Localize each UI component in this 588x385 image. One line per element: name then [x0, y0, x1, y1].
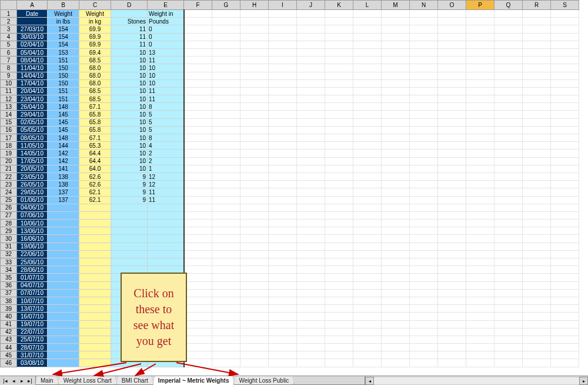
cell-B12[interactable]: 151 [48, 95, 79, 103]
cell-G37[interactable] [212, 289, 240, 297]
cell-J44[interactable] [297, 344, 325, 351]
cell-M23[interactable] [382, 181, 410, 188]
cell-G3[interactable] [212, 25, 240, 33]
cell-N18[interactable] [410, 142, 438, 150]
cell-Q28[interactable] [495, 220, 523, 227]
cell-D9[interactable]: 10 [111, 72, 148, 79]
cell-Q16[interactable] [495, 126, 523, 134]
cell-R40[interactable] [523, 313, 551, 320]
cell-S18[interactable] [551, 142, 579, 150]
cell-O37[interactable] [438, 289, 466, 297]
cell-O18[interactable] [438, 142, 466, 150]
cell-Q35[interactable] [495, 274, 523, 281]
cell-P34[interactable] [466, 266, 495, 274]
row-header-35[interactable]: 35 [1, 274, 17, 281]
cell-G21[interactable] [212, 165, 240, 172]
cell-S12[interactable] [551, 95, 579, 103]
cell-I29[interactable] [269, 227, 297, 235]
cell-G28[interactable] [212, 220, 240, 227]
cell-P1[interactable] [466, 10, 495, 18]
cell-H46[interactable] [240, 359, 269, 367]
cell-M5[interactable] [382, 41, 410, 48]
cell-G20[interactable] [212, 157, 240, 165]
cell-N2[interactable] [410, 18, 438, 25]
cell-H30[interactable] [240, 235, 269, 243]
cell-F40[interactable] [184, 313, 212, 320]
cell-R19[interactable] [523, 150, 551, 157]
cell-A32[interactable]: 22/06/10 [17, 250, 48, 258]
cell-C6[interactable]: 69.4 [79, 48, 111, 56]
cell-G31[interactable] [212, 243, 240, 250]
cell-J10[interactable] [297, 79, 325, 87]
cell-C41[interactable] [79, 320, 111, 328]
cell-N17[interactable] [410, 134, 438, 142]
cell-H24[interactable] [240, 188, 269, 196]
cell-M19[interactable] [382, 150, 410, 157]
cell-F18[interactable] [184, 142, 212, 150]
cell-K12[interactable] [325, 95, 353, 103]
cell-G15[interactable] [212, 118, 240, 126]
cell-G26[interactable] [212, 204, 240, 211]
row-header-13[interactable]: 13 [1, 103, 17, 111]
cell-F11[interactable] [184, 87, 212, 95]
cell-H15[interactable] [240, 118, 269, 126]
cell-G32[interactable] [212, 250, 240, 258]
row-header-9[interactable]: 9 [1, 72, 17, 79]
cell-O30[interactable] [438, 235, 466, 243]
cell-F13[interactable] [184, 103, 212, 111]
cell-I21[interactable] [269, 165, 297, 172]
cell-J28[interactable] [297, 220, 325, 227]
tab-nav-prev[interactable]: ◂ [9, 377, 18, 385]
cell-B24[interactable]: 137 [48, 188, 79, 196]
cell-G7[interactable] [212, 57, 240, 64]
cell-C10[interactable]: 68.0 [79, 79, 111, 87]
cell-I18[interactable] [269, 142, 297, 150]
cell-R26[interactable] [523, 204, 551, 211]
cell-O33[interactable] [438, 258, 466, 266]
cell-S4[interactable] [551, 33, 579, 41]
cell-R23[interactable] [523, 181, 551, 188]
cell-G41[interactable] [212, 320, 240, 328]
cell-P11[interactable] [466, 87, 495, 95]
cell-R28[interactable] [523, 220, 551, 227]
cell-R10[interactable] [523, 79, 551, 87]
cell-P39[interactable] [466, 305, 495, 313]
cell-M21[interactable] [382, 165, 410, 172]
cell-C33[interactable] [79, 258, 111, 266]
cell-P3[interactable] [466, 25, 495, 33]
cell-K16[interactable] [325, 126, 353, 134]
cell-L16[interactable] [353, 126, 382, 134]
cell-D29[interactable] [111, 227, 148, 235]
cell-F2[interactable] [184, 18, 212, 25]
cell-F30[interactable] [184, 235, 212, 243]
cell-O42[interactable] [438, 328, 466, 336]
cell-I10[interactable] [269, 79, 297, 87]
hscroll-left[interactable]: ◂ [365, 377, 374, 385]
cell-M32[interactable] [382, 250, 410, 258]
horizontal-scrollbar[interactable]: ◂ ▸ [365, 376, 588, 385]
column-header-K[interactable]: K [325, 1, 353, 10]
cell-R33[interactable] [523, 258, 551, 266]
cell-J13[interactable] [297, 103, 325, 111]
cell-H23[interactable] [240, 181, 269, 188]
cell-L25[interactable] [353, 196, 382, 204]
cell-R24[interactable] [523, 188, 551, 196]
row-header-16[interactable]: 16 [1, 126, 17, 134]
cell-S7[interactable] [551, 57, 579, 64]
cell-L32[interactable] [353, 250, 382, 258]
cell-M44[interactable] [382, 344, 410, 351]
cell-D27[interactable] [111, 211, 148, 219]
cell-B33[interactable] [48, 258, 79, 266]
cell-C29[interactable] [79, 227, 111, 235]
cell-O19[interactable] [438, 150, 466, 157]
cell-B26[interactable] [48, 204, 79, 211]
cell-J20[interactable] [297, 157, 325, 165]
cell-P26[interactable] [466, 204, 495, 211]
row-header-28[interactable]: 28 [1, 220, 17, 227]
cell-R29[interactable] [523, 227, 551, 235]
cell-M28[interactable] [382, 220, 410, 227]
cell-Q19[interactable] [495, 150, 523, 157]
cell-E3[interactable]: 0 [148, 25, 184, 33]
cell-A26[interactable]: 04/06/10 [17, 204, 48, 211]
cell-D30[interactable] [111, 235, 148, 243]
